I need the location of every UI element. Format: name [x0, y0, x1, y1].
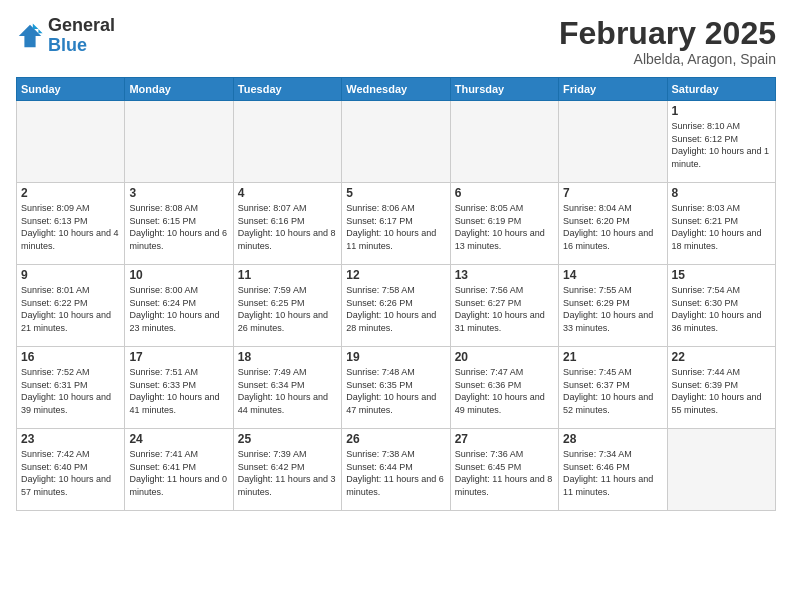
logo-icon [16, 22, 44, 50]
day-info: Sunrise: 8:03 AM Sunset: 6:21 PM Dayligh… [672, 202, 771, 252]
day-info: Sunrise: 8:07 AM Sunset: 6:16 PM Dayligh… [238, 202, 337, 252]
day-number: 15 [672, 268, 771, 282]
logo: General Blue [16, 16, 115, 56]
calendar-cell: 25Sunrise: 7:39 AM Sunset: 6:42 PM Dayli… [233, 429, 341, 511]
day-number: 2 [21, 186, 120, 200]
calendar-cell [17, 101, 125, 183]
day-info: Sunrise: 7:47 AM Sunset: 6:36 PM Dayligh… [455, 366, 554, 416]
header-sunday: Sunday [17, 78, 125, 101]
calendar-cell: 18Sunrise: 7:49 AM Sunset: 6:34 PM Dayli… [233, 347, 341, 429]
calendar-cell: 17Sunrise: 7:51 AM Sunset: 6:33 PM Dayli… [125, 347, 233, 429]
day-info: Sunrise: 7:45 AM Sunset: 6:37 PM Dayligh… [563, 366, 662, 416]
day-number: 27 [455, 432, 554, 446]
calendar-cell [342, 101, 450, 183]
calendar-cell: 5Sunrise: 8:06 AM Sunset: 6:17 PM Daylig… [342, 183, 450, 265]
day-info: Sunrise: 8:01 AM Sunset: 6:22 PM Dayligh… [21, 284, 120, 334]
day-number: 16 [21, 350, 120, 364]
day-info: Sunrise: 7:44 AM Sunset: 6:39 PM Dayligh… [672, 366, 771, 416]
day-info: Sunrise: 8:09 AM Sunset: 6:13 PM Dayligh… [21, 202, 120, 252]
calendar-cell: 21Sunrise: 7:45 AM Sunset: 6:37 PM Dayli… [559, 347, 667, 429]
calendar-cell: 27Sunrise: 7:36 AM Sunset: 6:45 PM Dayli… [450, 429, 558, 511]
calendar-cell: 9Sunrise: 8:01 AM Sunset: 6:22 PM Daylig… [17, 265, 125, 347]
calendar-week-row: 9Sunrise: 8:01 AM Sunset: 6:22 PM Daylig… [17, 265, 776, 347]
day-number: 20 [455, 350, 554, 364]
day-info: Sunrise: 7:54 AM Sunset: 6:30 PM Dayligh… [672, 284, 771, 334]
day-info: Sunrise: 8:08 AM Sunset: 6:15 PM Dayligh… [129, 202, 228, 252]
day-info: Sunrise: 7:56 AM Sunset: 6:27 PM Dayligh… [455, 284, 554, 334]
header-monday: Monday [125, 78, 233, 101]
day-info: Sunrise: 7:36 AM Sunset: 6:45 PM Dayligh… [455, 448, 554, 498]
location: Albelda, Aragon, Spain [559, 51, 776, 67]
day-number: 9 [21, 268, 120, 282]
calendar-cell: 10Sunrise: 8:00 AM Sunset: 6:24 PM Dayli… [125, 265, 233, 347]
day-number: 17 [129, 350, 228, 364]
calendar-week-row: 23Sunrise: 7:42 AM Sunset: 6:40 PM Dayli… [17, 429, 776, 511]
day-info: Sunrise: 7:52 AM Sunset: 6:31 PM Dayligh… [21, 366, 120, 416]
day-number: 18 [238, 350, 337, 364]
day-number: 13 [455, 268, 554, 282]
day-number: 19 [346, 350, 445, 364]
header-friday: Friday [559, 78, 667, 101]
day-info: Sunrise: 7:49 AM Sunset: 6:34 PM Dayligh… [238, 366, 337, 416]
day-info: Sunrise: 7:34 AM Sunset: 6:46 PM Dayligh… [563, 448, 662, 498]
calendar-cell: 8Sunrise: 8:03 AM Sunset: 6:21 PM Daylig… [667, 183, 775, 265]
calendar-cell: 26Sunrise: 7:38 AM Sunset: 6:44 PM Dayli… [342, 429, 450, 511]
calendar-cell: 20Sunrise: 7:47 AM Sunset: 6:36 PM Dayli… [450, 347, 558, 429]
day-number: 5 [346, 186, 445, 200]
calendar-cell: 22Sunrise: 7:44 AM Sunset: 6:39 PM Dayli… [667, 347, 775, 429]
day-info: Sunrise: 8:10 AM Sunset: 6:12 PM Dayligh… [672, 120, 771, 170]
day-number: 8 [672, 186, 771, 200]
calendar-cell: 12Sunrise: 7:58 AM Sunset: 6:26 PM Dayli… [342, 265, 450, 347]
day-info: Sunrise: 8:00 AM Sunset: 6:24 PM Dayligh… [129, 284, 228, 334]
header-thursday: Thursday [450, 78, 558, 101]
day-number: 3 [129, 186, 228, 200]
calendar-week-row: 16Sunrise: 7:52 AM Sunset: 6:31 PM Dayli… [17, 347, 776, 429]
day-info: Sunrise: 7:39 AM Sunset: 6:42 PM Dayligh… [238, 448, 337, 498]
day-number: 28 [563, 432, 662, 446]
calendar-table: Sunday Monday Tuesday Wednesday Thursday… [16, 77, 776, 511]
day-number: 10 [129, 268, 228, 282]
day-info: Sunrise: 7:51 AM Sunset: 6:33 PM Dayligh… [129, 366, 228, 416]
header: General Blue February 2025 Albelda, Arag… [16, 16, 776, 67]
day-number: 14 [563, 268, 662, 282]
calendar-cell: 6Sunrise: 8:05 AM Sunset: 6:19 PM Daylig… [450, 183, 558, 265]
day-number: 12 [346, 268, 445, 282]
logo-text: General Blue [48, 16, 115, 56]
day-info: Sunrise: 7:41 AM Sunset: 6:41 PM Dayligh… [129, 448, 228, 498]
page: General Blue February 2025 Albelda, Arag… [0, 0, 792, 612]
calendar-cell: 14Sunrise: 7:55 AM Sunset: 6:29 PM Dayli… [559, 265, 667, 347]
day-number: 1 [672, 104, 771, 118]
day-info: Sunrise: 8:05 AM Sunset: 6:19 PM Dayligh… [455, 202, 554, 252]
calendar-cell: 4Sunrise: 8:07 AM Sunset: 6:16 PM Daylig… [233, 183, 341, 265]
day-info: Sunrise: 7:42 AM Sunset: 6:40 PM Dayligh… [21, 448, 120, 498]
header-saturday: Saturday [667, 78, 775, 101]
calendar-cell: 11Sunrise: 7:59 AM Sunset: 6:25 PM Dayli… [233, 265, 341, 347]
day-info: Sunrise: 7:48 AM Sunset: 6:35 PM Dayligh… [346, 366, 445, 416]
calendar-cell: 2Sunrise: 8:09 AM Sunset: 6:13 PM Daylig… [17, 183, 125, 265]
calendar-cell: 19Sunrise: 7:48 AM Sunset: 6:35 PM Dayli… [342, 347, 450, 429]
calendar-cell [559, 101, 667, 183]
calendar-cell [233, 101, 341, 183]
calendar-header: Sunday Monday Tuesday Wednesday Thursday… [17, 78, 776, 101]
header-tuesday: Tuesday [233, 78, 341, 101]
logo-blue-text: Blue [48, 36, 115, 56]
day-info: Sunrise: 7:55 AM Sunset: 6:29 PM Dayligh… [563, 284, 662, 334]
calendar-cell: 13Sunrise: 7:56 AM Sunset: 6:27 PM Dayli… [450, 265, 558, 347]
header-wednesday: Wednesday [342, 78, 450, 101]
day-info: Sunrise: 7:59 AM Sunset: 6:25 PM Dayligh… [238, 284, 337, 334]
day-number: 23 [21, 432, 120, 446]
calendar-cell [125, 101, 233, 183]
calendar-cell: 16Sunrise: 7:52 AM Sunset: 6:31 PM Dayli… [17, 347, 125, 429]
calendar-cell [667, 429, 775, 511]
calendar-cell: 15Sunrise: 7:54 AM Sunset: 6:30 PM Dayli… [667, 265, 775, 347]
day-number: 24 [129, 432, 228, 446]
day-info: Sunrise: 8:04 AM Sunset: 6:20 PM Dayligh… [563, 202, 662, 252]
calendar-cell: 23Sunrise: 7:42 AM Sunset: 6:40 PM Dayli… [17, 429, 125, 511]
day-number: 25 [238, 432, 337, 446]
day-info: Sunrise: 8:06 AM Sunset: 6:17 PM Dayligh… [346, 202, 445, 252]
weekday-header-row: Sunday Monday Tuesday Wednesday Thursday… [17, 78, 776, 101]
calendar-body: 1Sunrise: 8:10 AM Sunset: 6:12 PM Daylig… [17, 101, 776, 511]
calendar-cell: 7Sunrise: 8:04 AM Sunset: 6:20 PM Daylig… [559, 183, 667, 265]
calendar-cell: 28Sunrise: 7:34 AM Sunset: 6:46 PM Dayli… [559, 429, 667, 511]
calendar-cell: 1Sunrise: 8:10 AM Sunset: 6:12 PM Daylig… [667, 101, 775, 183]
